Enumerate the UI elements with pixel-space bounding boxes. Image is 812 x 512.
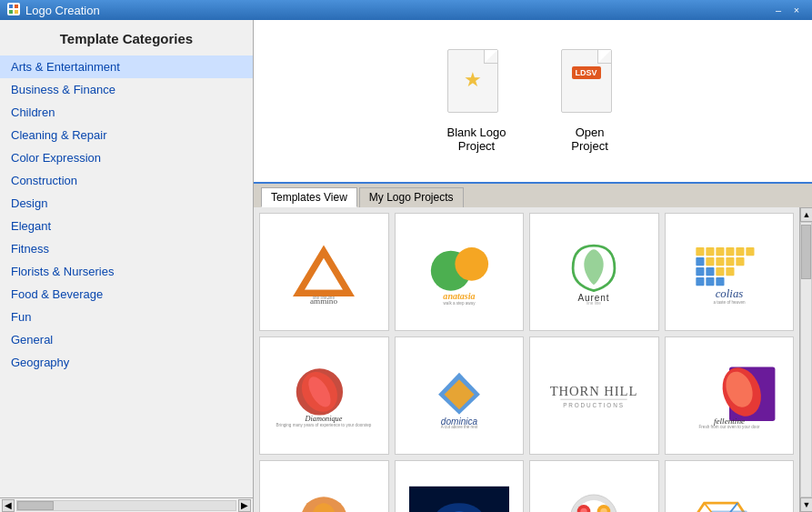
title-bar: Logo Creation – × (0, 0, 812, 20)
category-item-food[interactable]: Food & Beverage (0, 283, 253, 306)
panel-title: Template Categories (0, 20, 253, 55)
logo-cell-thornhill[interactable]: THORN HILL PRODUCTIONS (529, 336, 659, 455)
svg-text:colias: colias (715, 287, 743, 300)
top-area: ★ Blank Logo Project LDSV Open Project (254, 20, 812, 184)
svg-rect-15 (696, 247, 704, 256)
svg-text:line line: line line (586, 301, 601, 306)
scroll-up-arrow[interactable]: ▲ (800, 207, 812, 222)
svg-rect-20 (746, 247, 754, 256)
svg-rect-32 (716, 277, 724, 286)
grid-scroll-thumb[interactable] (801, 225, 811, 279)
logo-cell-row3-3[interactable] (529, 460, 659, 512)
blank-logo-icon: ★ (447, 49, 506, 118)
svg-marker-5 (299, 251, 349, 293)
logo-cell-row3-2[interactable] (395, 460, 525, 512)
scrollbar-track (16, 500, 236, 511)
svg-rect-21 (696, 257, 704, 266)
logo-cell-ammino[interactable]: ammino line line line (259, 213, 389, 331)
svg-rect-16 (706, 247, 714, 256)
category-item-color[interactable]: Color Expression (0, 146, 253, 169)
category-item-arts[interactable]: Arts & Entertainment (0, 55, 253, 78)
logo-cell-diamonique[interactable]: Diamonique Bringing many years of experi… (259, 336, 389, 455)
blank-logo-label: Blank Logo Project (446, 125, 506, 153)
svg-text:walk a step away: walk a step away (443, 301, 476, 306)
svg-text:A cut above the rest: A cut above the rest (441, 425, 478, 429)
svg-rect-23 (716, 257, 724, 266)
open-file-icon: LDSV (561, 49, 612, 113)
logo-cell-row3-1[interactable] (259, 460, 389, 512)
category-item-business[interactable]: Business & Finance (0, 78, 253, 101)
category-item-general[interactable]: General (0, 328, 253, 351)
logo-cell-colias[interactable]: colias a taste of heaven (665, 213, 795, 331)
close-button[interactable]: × (788, 4, 805, 16)
svg-rect-17 (716, 247, 724, 256)
open-project-item[interactable]: LDSV Open Project (561, 49, 619, 153)
open-project-label: Open Project (571, 125, 607, 153)
svg-rect-25 (736, 257, 744, 266)
svg-text:Fresh from our oven to your do: Fresh from our oven to your door (698, 425, 759, 429)
logo-cell-fellentine[interactable]: fellentine Fresh from our oven to your d… (665, 336, 795, 455)
category-item-design[interactable]: Design (0, 192, 253, 215)
svg-rect-26 (696, 267, 704, 276)
logo-cell-anatasia[interactable]: anatasia walk a step away (395, 213, 525, 331)
svg-rect-1 (9, 5, 13, 8)
category-item-fitness[interactable]: Fitness (0, 237, 253, 260)
horizontal-scrollbar: ◀ ▶ (0, 497, 253, 512)
logo-cell-dominica[interactable]: dominica A cut above the rest (395, 336, 525, 455)
logo-grid: ammino line line line anatasia walk a st… (254, 207, 799, 512)
scroll-right-arrow[interactable]: ▶ (238, 499, 251, 512)
grid-scroll-track (800, 222, 812, 497)
svg-point-10 (455, 247, 488, 281)
svg-text:Diamonique: Diamonique (305, 415, 343, 423)
svg-rect-27 (706, 267, 714, 276)
svg-rect-28 (716, 267, 724, 276)
category-list-wrapper: Arts & EntertainmentBusiness & FinanceCh… (0, 55, 253, 497)
scrollbar-thumb[interactable] (17, 501, 54, 510)
tabs-bar: Templates View My Logo Projects (254, 184, 812, 207)
category-item-florists[interactable]: Florists & Nurseries (0, 260, 253, 283)
tab-templates[interactable]: Templates View (261, 187, 357, 207)
logo-cell-row3-4[interactable] (665, 460, 795, 512)
main-container: Template Categories Arts & Entertainment… (0, 20, 812, 512)
svg-text:fellentine: fellentine (714, 416, 745, 425)
category-item-elegant[interactable]: Elegant (0, 215, 253, 237)
title-bar-icon (7, 3, 20, 18)
right-panel: ★ Blank Logo Project LDSV Open Project (254, 20, 812, 512)
svg-rect-22 (706, 257, 714, 266)
minimize-button[interactable]: – (770, 4, 787, 16)
category-item-cleaning[interactable]: Cleaning & Repair (0, 124, 253, 146)
svg-rect-18 (726, 247, 734, 256)
ldsv-badge: LDSV (572, 66, 601, 79)
open-project-icon: LDSV (561, 49, 619, 118)
svg-text:THORN HILL: THORN HILL (550, 384, 638, 398)
blank-logo-item[interactable]: ★ Blank Logo Project (446, 49, 506, 153)
svg-text:anatasia: anatasia (443, 290, 475, 300)
svg-text:line line line: line line line (313, 295, 335, 299)
svg-rect-29 (726, 267, 734, 276)
star-badge: ★ (464, 68, 482, 92)
left-panel: Template Categories Arts & Entertainment… (0, 20, 254, 512)
category-item-children[interactable]: Children (0, 101, 253, 124)
logo-cell-aurent[interactable]: Aurent line line (529, 213, 659, 331)
svg-rect-24 (726, 257, 734, 266)
svg-rect-31 (706, 277, 714, 286)
category-item-construction[interactable]: Construction (0, 169, 253, 192)
svg-text:PRODUCTIONS: PRODUCTIONS (563, 402, 625, 408)
grid-scrollbar: ▲ ▼ (799, 207, 812, 512)
logo-grid-wrapper: ammino line line line anatasia walk a st… (254, 207, 812, 512)
tab-mylogos[interactable]: My Logo Projects (359, 187, 464, 207)
category-item-fun[interactable]: Fun (0, 306, 253, 328)
svg-rect-2 (15, 5, 18, 8)
svg-text:Bringing many years of experie: Bringing many years of experience to you… (276, 423, 372, 427)
category-list: Arts & EntertainmentBusiness & FinanceCh… (0, 55, 253, 497)
svg-rect-19 (736, 247, 744, 256)
svg-rect-30 (696, 277, 704, 286)
category-item-geography[interactable]: Geography (0, 351, 253, 374)
blank-file-icon: ★ (447, 49, 498, 113)
scroll-down-arrow[interactable]: ▼ (800, 497, 812, 512)
svg-rect-3 (9, 10, 13, 14)
svg-text:a taste of heaven: a taste of heaven (713, 300, 746, 305)
title-bar-title: Logo Creation (25, 4, 100, 17)
scroll-left-arrow[interactable]: ◀ (2, 499, 15, 512)
title-bar-controls: – × (770, 4, 805, 16)
